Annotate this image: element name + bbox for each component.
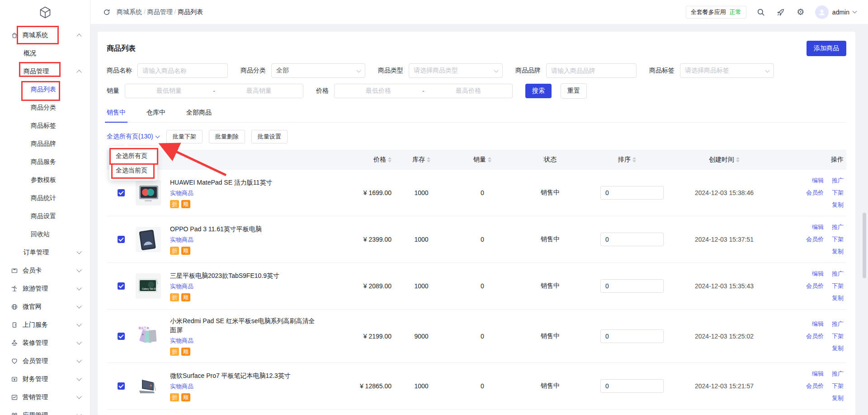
product-name-input[interactable] [137, 63, 228, 78]
sidebar-item-5[interactable]: 商品标签 [0, 117, 90, 135]
action-link-下架[interactable]: 下架 [832, 282, 844, 290]
dropdown-item-1[interactable]: 全选当前页 [109, 163, 157, 178]
action-link-下架[interactable]: 下架 [832, 332, 844, 340]
sidebar-item-3[interactable]: 商品列表 [0, 81, 90, 99]
action-link-复制[interactable]: 复制 [832, 394, 844, 402]
sidebar-item-18[interactable]: 会员管理 [0, 352, 90, 370]
select-all-dropdown-trigger[interactable]: 全选所有页(130) 全选所有页全选当前页 [107, 133, 159, 141]
batch-button-0[interactable]: 批量下架 [166, 130, 203, 143]
tab-全部商品[interactable]: 全部商品 [186, 109, 212, 122]
tab-仓库中[interactable]: 仓库中 [146, 109, 165, 122]
tag-select[interactable]: 请选择商品标签 [680, 63, 774, 78]
sort-icon[interactable] [388, 157, 392, 162]
row-checkbox[interactable] [118, 333, 125, 340]
dropdown-item-0[interactable]: 全选所有页 [109, 149, 157, 163]
action-link-复制[interactable]: 复制 [832, 294, 844, 302]
type-select[interactable]: 请选择商品类型 [409, 63, 503, 78]
row-checkbox[interactable] [118, 282, 125, 290]
action-link-编辑[interactable]: 编辑 [806, 176, 824, 185]
sidebar-item-12[interactable]: 订单管理 [0, 243, 90, 262]
action-link-编辑[interactable]: 编辑 [806, 320, 824, 328]
gear-icon[interactable]: ⚙ [795, 7, 806, 18]
app-logo[interactable] [0, 0, 90, 26]
sidebar-item-10[interactable]: 商品设置 [0, 207, 90, 225]
action-link-推广[interactable]: 推广 [832, 270, 844, 278]
column-header-创建时间[interactable]: 创建时间 [670, 156, 778, 164]
product-type-link[interactable]: 实物商品 [170, 382, 349, 391]
add-product-button[interactable]: 添加商品 [807, 41, 846, 56]
row-checkbox[interactable] [118, 189, 125, 196]
action-link-会员价[interactable]: 会员价 [806, 189, 824, 197]
sidebar-item-6[interactable]: 商品品牌 [0, 135, 90, 153]
search-icon[interactable] [755, 7, 766, 18]
action-link-推广[interactable]: 推广 [832, 223, 844, 231]
action-link-下架[interactable]: 下架 [832, 189, 844, 197]
sales-range-input[interactable]: 最低销量 - 最高销量 [125, 84, 303, 98]
row-checkbox[interactable] [118, 236, 125, 243]
column-header-排序[interactable]: 排序 [584, 156, 670, 164]
action-link-会员价[interactable]: 会员价 [806, 282, 824, 290]
sort-input[interactable] [600, 379, 664, 393]
action-link-推广[interactable]: 推广 [832, 370, 844, 378]
breadcrumb-item[interactable]: 商品列表 [178, 8, 203, 15]
action-link-复制[interactable]: 复制 [832, 201, 844, 209]
batch-button-1[interactable]: 批量删除 [209, 130, 245, 143]
sort-icon[interactable] [632, 157, 636, 162]
sort-input[interactable] [600, 279, 664, 293]
brand-input[interactable] [546, 63, 637, 78]
sidebar-item-11[interactable]: 回收站 [0, 225, 90, 243]
sidebar-item-7[interactable]: 商品服务 [0, 153, 90, 171]
column-header-销量[interactable]: 销量 [448, 156, 516, 164]
sidebar-item-2[interactable]: 商品管理 [0, 62, 90, 81]
product-type-link[interactable]: 实物商品 [170, 236, 349, 244]
action-link-推广[interactable]: 推广 [832, 176, 844, 185]
sidebar-item-15[interactable]: 微官网 [0, 298, 90, 316]
scrollbar-thumb[interactable] [863, 213, 866, 278]
price-range-input[interactable]: 最低价格 - 最高价格 [334, 84, 513, 98]
category-select[interactable]: 全部 [271, 63, 365, 78]
sort-input[interactable] [600, 233, 664, 246]
action-link-复制[interactable]: 复制 [832, 248, 844, 256]
sort-icon[interactable] [488, 157, 491, 162]
sidebar-item-8[interactable]: 参数模板 [0, 171, 90, 189]
action-link-会员价[interactable]: 会员价 [806, 382, 824, 390]
sidebar-item-0[interactable]: 商城系统 [0, 26, 90, 44]
rocket-icon[interactable] [775, 7, 786, 18]
sidebar-item-19[interactable]: 财务管理 [0, 370, 90, 388]
search-button[interactable]: 搜索 [525, 84, 552, 98]
sidebar-item-20[interactable]: 营销管理 [0, 388, 90, 406]
sort-icon[interactable] [427, 157, 430, 162]
batch-button-2[interactable]: 批量设置 [251, 130, 288, 143]
sidebar-item-14[interactable]: 旅游管理 [0, 280, 90, 298]
reset-button[interactable]: 重置 [561, 83, 587, 99]
action-link-复制[interactable]: 复制 [832, 344, 844, 353]
sidebar-item-16[interactable]: 上门服务 [0, 316, 90, 334]
action-link-下架[interactable]: 下架 [832, 235, 844, 243]
action-link-推广[interactable]: 推广 [832, 320, 844, 328]
row-checkbox[interactable] [118, 382, 125, 390]
tab-销售中[interactable]: 销售中 [107, 109, 126, 122]
action-link-会员价[interactable]: 会员价 [806, 235, 824, 243]
action-link-编辑[interactable]: 编辑 [806, 370, 824, 378]
column-header-库存[interactable]: 库存 [394, 156, 448, 164]
product-type-link[interactable]: 实物商品 [170, 337, 349, 345]
action-link-编辑[interactable]: 编辑 [806, 223, 824, 231]
sidebar-item-17[interactable]: 装修管理 [0, 334, 90, 352]
sort-input[interactable] [600, 186, 664, 200]
sidebar-item-1[interactable]: 概况 [0, 44, 90, 62]
sort-input[interactable] [600, 329, 664, 343]
sidebar-item-13[interactable]: 会员卡 [0, 262, 90, 280]
action-link-编辑[interactable]: 编辑 [806, 270, 824, 278]
action-link-会员价[interactable]: 会员价 [806, 332, 824, 340]
action-link-下架[interactable]: 下架 [832, 382, 844, 390]
refresh-icon[interactable] [101, 7, 112, 18]
user-menu[interactable]: admin [815, 5, 856, 19]
column-header-价格[interactable]: 价格 [349, 156, 394, 164]
breadcrumb-item[interactable]: 商城系统 [117, 8, 142, 15]
sidebar-item-21[interactable]: 应用管理 [0, 406, 90, 415]
product-type-link[interactable]: 实物商品 [170, 189, 349, 197]
breadcrumb-item[interactable]: 商品管理 [147, 8, 173, 15]
sort-icon[interactable] [736, 157, 740, 162]
sidebar-item-4[interactable]: 商品分类 [0, 99, 90, 117]
product-type-link[interactable]: 实物商品 [170, 282, 349, 291]
